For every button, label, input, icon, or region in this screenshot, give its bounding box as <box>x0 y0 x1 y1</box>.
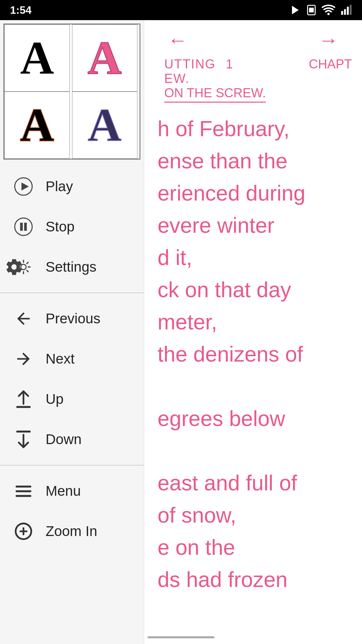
svg-marker-0 <box>292 6 299 14</box>
menu-label: Menu <box>46 483 81 499</box>
arrow-right-icon <box>13 349 34 369</box>
svg-rect-11 <box>20 223 23 231</box>
zoom-in-label: Zoom In <box>46 523 97 539</box>
stop-label: Stop <box>46 219 74 235</box>
text-line-7: meter, <box>158 306 349 338</box>
font-style-cell-3[interactable]: A <box>4 92 70 159</box>
play-label: Play <box>46 178 73 195</box>
svg-rect-12 <box>24 223 27 231</box>
media-icon <box>290 4 301 16</box>
text-line-6: ck on that day <box>158 274 349 306</box>
next-button[interactable]: Next <box>0 339 144 379</box>
zoom-in-button[interactable]: Zoom In <box>0 511 144 551</box>
zoom-in-icon <box>13 521 34 541</box>
wifi-icon <box>322 4 335 16</box>
font-letter-pink: A <box>87 35 121 82</box>
home-indicator <box>147 636 215 638</box>
divider-2 <box>0 465 144 466</box>
status-time: 1:54 <box>10 4 32 16</box>
text-line-9 <box>158 370 349 402</box>
content-header: ← → <box>144 20 362 54</box>
down-button[interactable]: Down <box>0 419 144 460</box>
font-letter-orange: A <box>20 102 54 149</box>
menu-section-navigation: Previous Next <box>0 295 144 463</box>
chapter-header: UTTING EW. 1 ON THE SCREW. CHAPT <box>144 54 362 103</box>
font-style-cell-2[interactable]: A <box>72 24 137 92</box>
status-icons <box>290 4 352 16</box>
svg-rect-7 <box>350 5 352 15</box>
text-line-4: evere winter <box>158 209 349 241</box>
text-line-10: egrees below <box>158 402 349 435</box>
arrow-left-icon <box>13 309 34 329</box>
sidebar: A A A A Play <box>0 20 144 644</box>
text-line-15: ds had frozen <box>158 564 349 596</box>
down-label: Down <box>46 431 81 447</box>
svg-rect-2 <box>309 8 314 12</box>
next-label: Next <box>46 351 74 367</box>
text-line-13: of snow, <box>158 499 349 531</box>
nav-back-button[interactable]: ← <box>164 27 191 54</box>
arrow-up-icon <box>13 389 34 409</box>
play-button[interactable]: Play <box>0 166 144 207</box>
svg-point-3 <box>327 13 330 15</box>
svg-rect-18 <box>16 490 32 492</box>
pause-icon <box>13 217 34 237</box>
book-content: h of February, ense than the erienced du… <box>144 103 362 596</box>
text-line-8: the denizens of <box>158 338 349 370</box>
main-layout: A A A A Play <box>0 20 362 644</box>
stop-button[interactable]: Stop <box>0 207 144 247</box>
gear-icon <box>13 257 34 277</box>
divider-1 <box>0 292 144 293</box>
chapter-subtitle: UTTING EW. <box>164 57 216 86</box>
previous-label: Previous <box>46 311 100 327</box>
content-panel: ← → UTTING EW. 1 ON THE SCREW. CHAPT h o <box>144 20 362 644</box>
font-letter-purple: A <box>87 102 121 149</box>
font-style-cell-4[interactable]: A <box>72 92 137 159</box>
svg-rect-19 <box>16 495 32 497</box>
svg-point-10 <box>15 218 32 235</box>
menu-button[interactable]: Menu <box>0 471 144 511</box>
menu-icon <box>13 481 34 501</box>
up-label: Up <box>46 391 64 407</box>
text-line-5: d it, <box>158 241 349 274</box>
svg-rect-17 <box>16 486 32 488</box>
font-letter-black: A <box>20 35 54 82</box>
svg-marker-9 <box>21 182 29 191</box>
nav-forward-button[interactable]: → <box>315 27 342 54</box>
text-line-14: e on the <box>158 531 349 564</box>
svg-rect-4 <box>341 11 343 15</box>
font-style-cell-1[interactable]: A <box>4 24 70 92</box>
text-line-2: ense than the <box>158 145 349 177</box>
text-line-1: h of February, <box>158 113 349 145</box>
svg-rect-5 <box>344 9 346 15</box>
up-button[interactable]: Up <box>0 379 144 419</box>
settings-label: Settings <box>46 259 97 275</box>
chapter-right-label: CHAPT <box>309 57 352 71</box>
text-line-11 <box>158 435 349 467</box>
signal-icon <box>340 4 352 16</box>
arrow-down-icon <box>13 429 34 449</box>
text-line-3: erienced during <box>158 177 349 209</box>
font-style-grid: A A A A <box>3 23 140 160</box>
menu-section-controls: Play Stop <box>0 163 144 290</box>
status-bar: 1:54 <box>0 0 362 20</box>
text-line-12: east and full of <box>158 467 349 499</box>
previous-button[interactable]: Previous <box>0 299 144 339</box>
svg-rect-6 <box>347 7 349 15</box>
sim-icon <box>306 4 317 16</box>
chapter-num: 1 <box>226 57 233 71</box>
play-icon <box>13 176 34 197</box>
chapter-main-title: ON THE SCREW. <box>164 86 266 103</box>
menu-section-misc: Menu Zoom In <box>0 468 144 555</box>
settings-button[interactable]: Settings <box>0 247 144 287</box>
